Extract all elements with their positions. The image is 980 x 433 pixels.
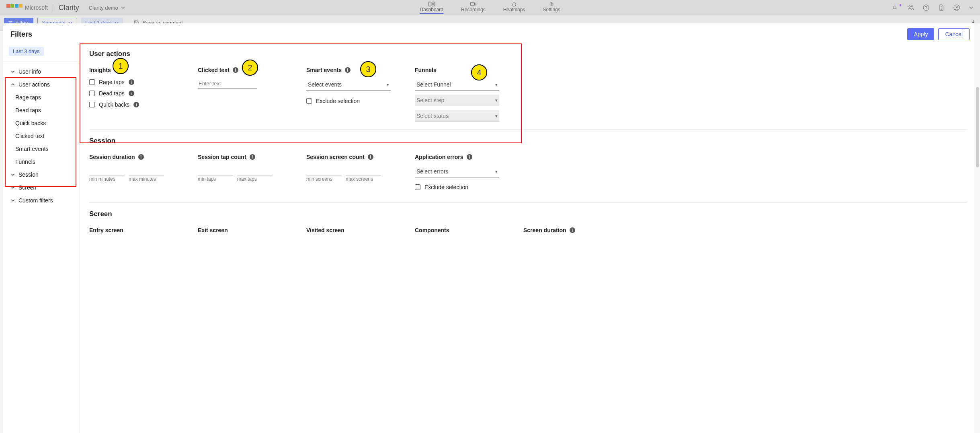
- svg-point-5: [909, 6, 910, 7]
- svg-text:?: ?: [925, 6, 927, 10]
- help-icon[interactable]: ?: [923, 4, 929, 11]
- document-icon[interactable]: [938, 4, 945, 11]
- svg-rect-1: [432, 2, 435, 4]
- nav-heatmaps[interactable]: Heatmaps: [502, 1, 527, 15]
- nav-dashboard-label: Dashboard: [420, 7, 443, 14]
- notifications-icon[interactable]: [892, 4, 899, 11]
- account-chevron-icon[interactable]: [969, 5, 974, 10]
- microsoft-label: Microsoft: [25, 4, 48, 11]
- apply-button[interactable]: Apply: [907, 28, 934, 31]
- scrollbar-track[interactable]: [974, 23, 980, 31]
- recordings-icon: [470, 2, 476, 6]
- people-icon[interactable]: [908, 4, 914, 11]
- dashboard-icon: [428, 2, 435, 6]
- settings-icon: [548, 2, 555, 6]
- nav-settings[interactable]: Settings: [541, 1, 562, 15]
- filters-panel: Filters Apply Cancel Last 3 days User in…: [3, 23, 977, 31]
- svg-rect-2: [432, 4, 435, 6]
- panel-title: Filters: [10, 30, 32, 31]
- top-header: Microsoft Clarity Clarity demo Dashboard…: [0, 0, 980, 15]
- main-nav: Dashboard Recordings Heatmaps Settings: [418, 1, 562, 15]
- svg-point-6: [911, 6, 913, 7]
- nav-settings-label: Settings: [543, 7, 560, 12]
- product-name: Clarity: [59, 4, 79, 12]
- project-name: Clarity demo: [89, 5, 118, 11]
- svg-rect-0: [429, 2, 431, 6]
- microsoft-logo: [6, 4, 23, 11]
- header-right-icons: ?: [892, 4, 974, 11]
- nav-dashboard[interactable]: Dashboard: [418, 1, 445, 15]
- svg-rect-11: [135, 21, 137, 22]
- svg-rect-3: [470, 2, 474, 6]
- project-selector[interactable]: Clarity demo: [89, 5, 125, 11]
- brand-separator: [53, 4, 53, 11]
- nav-recordings-label: Recordings: [461, 7, 486, 12]
- heatmaps-icon: [511, 2, 517, 6]
- nav-heatmaps-label: Heatmaps: [503, 7, 525, 12]
- chevron-down-icon: [121, 5, 125, 10]
- account-icon[interactable]: [953, 4, 960, 11]
- svg-point-4: [551, 3, 552, 5]
- cancel-button[interactable]: Cancel: [938, 28, 970, 31]
- svg-point-10: [956, 6, 957, 8]
- nav-recordings[interactable]: Recordings: [459, 1, 487, 15]
